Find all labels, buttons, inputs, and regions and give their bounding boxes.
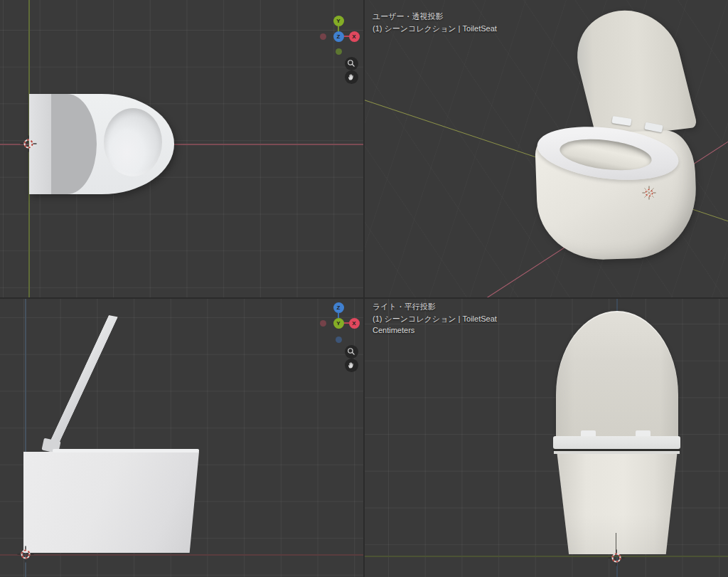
- y-axis-line: [364, 556, 728, 557]
- view-name-label: ライト・平行投影: [373, 301, 497, 313]
- toilet-seat-edge: [53, 449, 199, 452]
- quadrant-divider-horizontal[interactable]: [0, 297, 728, 299]
- gizmo-axis-neg-z-ball[interactable]: [336, 337, 342, 343]
- 3d-cursor-icon: [20, 135, 37, 152]
- toilet-lid-open: [46, 313, 118, 454]
- gizmo-axis-y-ball[interactable]: Y: [333, 16, 344, 26]
- viewport-header: ユーザー・透視投影 (1) シーンコレクション | ToiletSeat: [373, 11, 497, 34]
- hand-icon: [347, 73, 355, 81]
- toilet-seat-edge: [553, 436, 680, 449]
- toilet-lid-open: [567, 5, 698, 139]
- toilet-bowl-opening: [104, 108, 162, 176]
- toilet-seat-underside: [554, 451, 680, 454]
- gizmo-axis-x-ball[interactable]: X: [349, 31, 360, 42]
- zoom-button[interactable]: [345, 345, 358, 359]
- gizmo-axis-neg-y-ball[interactable]: [336, 48, 342, 55]
- zoom-button[interactable]: [345, 57, 358, 70]
- x-axis-line: [0, 554, 364, 556]
- gizmo-axis-neg-x-ball[interactable]: [320, 320, 326, 327]
- gizmo-axis-neg-x-ball[interactable]: [320, 33, 326, 40]
- gizmo-x-stem: [344, 322, 349, 324]
- viewport-top-view[interactable]: Y Z X: [0, 0, 364, 298]
- pan-button[interactable]: [345, 70, 358, 84]
- quadrant-divider-vertical[interactable]: [363, 0, 365, 577]
- units-label: Centimeters: [373, 324, 497, 337]
- viewport-user-perspective[interactable]: ユーザー・透視投影 (1) シーンコレクション | ToiletSeat: [364, 0, 728, 298]
- view-name-label: ユーザー・透視投影: [373, 11, 497, 23]
- gizmo-axis-z-ball[interactable]: Z: [333, 302, 344, 313]
- gizmo-axis-z-ball[interactable]: Z: [333, 31, 344, 42]
- blender-quad-viewport: Y Z X: [0, 0, 728, 577]
- viewport-right-view[interactable]: ライト・平行投影 (1) シーンコレクション | ToiletSeat Cent…: [364, 298, 728, 577]
- gizmo-axis-y-ball[interactable]: Y: [333, 318, 344, 329]
- gizmo-x-stem: [344, 36, 349, 37]
- pan-button[interactable]: [345, 359, 358, 372]
- toilet-body: [23, 452, 199, 553]
- 3d-cursor-icon: [608, 549, 625, 566]
- 3d-cursor-icon: [642, 186, 656, 200]
- gizmo-axis-x-ball[interactable]: X: [349, 318, 360, 329]
- scene-collection-label: (1) シーンコレクション | ToiletSeat: [373, 23, 497, 35]
- scene-collection-label: (1) シーンコレクション | ToiletSeat: [373, 313, 497, 325]
- toilet-lid-open: [556, 311, 678, 440]
- gizmo-y-stem: [338, 26, 339, 31]
- 3d-cursor-icon: [17, 546, 34, 563]
- viewport-header: ライト・平行投影 (1) シーンコレクション | ToiletSeat Cent…: [373, 301, 497, 337]
- gizmo-z-stem: [338, 313, 339, 318]
- toilet-body: [555, 454, 679, 554]
- magnifier-icon: [347, 59, 355, 68]
- hand-icon: [347, 361, 355, 369]
- magnifier-icon: [347, 347, 355, 356]
- viewport-front-view[interactable]: Z Y X: [0, 298, 364, 577]
